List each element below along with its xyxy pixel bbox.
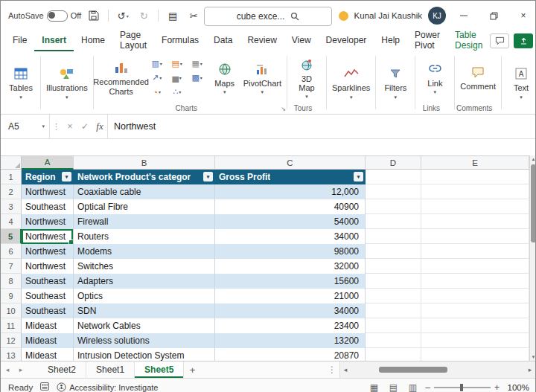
scroll-right-icon[interactable]: ▸ — [525, 366, 535, 373]
horizontal-scrollbar[interactable]: ◂ ▸ — [339, 362, 535, 378]
redo-button[interactable]: ↻ — [135, 7, 152, 25]
accessibility-button[interactable]: Accessibility: Investigate — [57, 382, 158, 392]
scroll-left-icon[interactable]: ◂ — [340, 366, 351, 373]
tab-table-design[interactable]: Table Design — [447, 30, 490, 51]
clipboard-icon[interactable]: ▤ — [165, 7, 181, 25]
row-header-4[interactable]: 4 — [1, 214, 22, 229]
tab-help[interactable]: Help — [374, 30, 407, 51]
tab-file[interactable]: File — [5, 30, 34, 51]
cell-B7[interactable]: Switches — [74, 259, 215, 274]
cell-A6[interactable]: Northwest — [22, 244, 74, 259]
cell-C9[interactable]: 21000 — [215, 289, 366, 303]
cell-B2[interactable]: Coaxiable cable — [74, 184, 215, 199]
cell-D3[interactable] — [366, 199, 421, 214]
cell-D13[interactable] — [366, 348, 421, 361]
cell-D5[interactable] — [366, 229, 421, 244]
comments-toggle-button[interactable] — [490, 33, 509, 48]
combo-chart-icon[interactable]: ▩▾ — [188, 71, 207, 85]
cell-C7[interactable]: 32000 — [215, 259, 366, 274]
cell-E10[interactable] — [421, 303, 529, 318]
cell-D12[interactable] — [366, 333, 421, 348]
row-header-7[interactable]: 7 — [1, 259, 22, 274]
filters-button[interactable]: Filters ▾ — [379, 64, 412, 100]
table-header-category[interactable]: Network Product's categor▾ — [74, 170, 215, 184]
pie-chart-icon[interactable]: ◔▾ — [147, 86, 167, 99]
sheet-nav-right-icon[interactable]: ▸ — [14, 362, 28, 378]
page-layout-view-icon[interactable]: ▤ — [386, 382, 400, 392]
cell-A8[interactable]: Southeast — [22, 274, 74, 289]
zoom-in-icon[interactable]: + — [494, 382, 500, 392]
cell-A2[interactable]: Northwest — [22, 184, 74, 199]
cell-D9[interactable] — [366, 289, 421, 303]
page-break-view-icon[interactable]: ▥ — [406, 382, 419, 392]
cell-B4[interactable]: Firewall — [74, 214, 215, 229]
cell-E2[interactable] — [421, 184, 529, 199]
zoom-out-icon[interactable]: – — [425, 382, 430, 392]
cell-A11[interactable]: Mideast — [22, 318, 74, 333]
cell-D1[interactable] — [366, 170, 421, 184]
cell-A10[interactable]: Southeast — [22, 303, 74, 318]
filter-button-profit[interactable]: ▾ — [354, 172, 363, 181]
cancel-entry-button[interactable]: × — [63, 118, 77, 135]
vertical-scrollbar[interactable]: ▲ ▼ — [529, 155, 535, 361]
table-header-profit[interactable]: Gross Profit▾ — [215, 170, 366, 184]
sheet-tab-sheet5[interactable]: Sheet5 — [135, 362, 184, 378]
cut-icon[interactable]: ✂ — [185, 7, 202, 25]
scroll-up-icon[interactable]: ▲ — [530, 157, 535, 161]
save-button[interactable] — [86, 7, 102, 25]
cell-B9[interactable]: Optics — [74, 289, 215, 303]
cell-A5[interactable]: Northwest — [22, 229, 74, 244]
autosave-toggle[interactable]: AutoSave Off — [8, 10, 81, 22]
row-header-10[interactable]: 10 — [1, 303, 22, 318]
tab-data[interactable]: Data — [206, 30, 240, 51]
cell-E1[interactable] — [421, 170, 529, 184]
cell-E7[interactable] — [421, 259, 529, 274]
horizontal-scroll-thumb[interactable] — [379, 367, 447, 373]
cell-C10[interactable]: 34000 — [215, 303, 366, 318]
cell-D11[interactable] — [366, 318, 421, 333]
select-all-corner[interactable] — [1, 156, 22, 170]
zoom-slider[interactable]: – + — [425, 382, 500, 392]
link-button[interactable]: Link ▾ — [418, 60, 451, 96]
restore-button[interactable] — [482, 1, 505, 30]
cell-B6[interactable]: Modems — [74, 244, 215, 259]
column-header-e[interactable]: E — [421, 156, 529, 170]
maps-button[interactable]: Maps ▾ — [208, 60, 241, 96]
tab-formulas[interactable]: Formulas — [154, 30, 206, 51]
tab-insert[interactable]: Insert — [34, 30, 74, 51]
histogram-chart-icon[interactable]: ▅▾ — [168, 71, 187, 85]
hierarchy-chart-icon[interactable]: ▤▾ — [168, 57, 187, 71]
cell-C5[interactable]: 34000 — [215, 229, 366, 244]
cell-A13[interactable]: Mideast — [22, 348, 74, 361]
cell-B10[interactable]: SDN — [74, 303, 215, 318]
cell-E6[interactable] — [421, 244, 529, 259]
cell-A4[interactable]: Northwest — [22, 214, 74, 229]
sheet-tab-sheet1[interactable]: Sheet1 — [86, 362, 135, 378]
column-header-c[interactable]: C — [215, 156, 366, 170]
cell-C2[interactable]: 12,000 — [215, 184, 366, 199]
cell-E5[interactable] — [421, 229, 529, 244]
row-header-11[interactable]: 11 — [1, 318, 22, 333]
formula-bar-splitter[interactable]: ⋮ — [50, 122, 63, 132]
cell-D10[interactable] — [366, 303, 421, 318]
insert-function-button[interactable]: fx — [92, 118, 107, 135]
column-chart-icon[interactable]: ▥▾ — [147, 57, 167, 71]
tab-review[interactable]: Review — [240, 30, 284, 51]
close-button[interactable]: × — [511, 1, 535, 30]
cell-A9[interactable]: Southeast — [22, 289, 74, 303]
cell-E12[interactable] — [421, 333, 529, 348]
row-header-9[interactable]: 9 — [1, 289, 22, 303]
text-button[interactable]: A Text ▾ — [505, 64, 535, 100]
cell-C6[interactable]: 98000 — [215, 244, 366, 259]
illustrations-button[interactable]: Illustrations ▾ — [44, 64, 90, 100]
cell-C13[interactable]: 20870 — [215, 348, 366, 361]
scroll-down-icon[interactable]: ▼ — [530, 355, 535, 359]
sheet-tab-sheet2[interactable]: Sheet2 — [38, 362, 86, 378]
row-header-6[interactable]: 6 — [1, 244, 22, 259]
tab-scroll-splitter[interactable]: ⋮ — [325, 362, 339, 378]
column-header-d[interactable]: D — [366, 156, 421, 170]
cell-D8[interactable] — [366, 274, 421, 289]
3d-map-button[interactable]: 3D Map ▾ — [290, 55, 323, 101]
recommended-charts-button[interactable]: Recommended Charts — [97, 58, 146, 97]
cell-B3[interactable]: Optical Fibre — [74, 199, 215, 214]
